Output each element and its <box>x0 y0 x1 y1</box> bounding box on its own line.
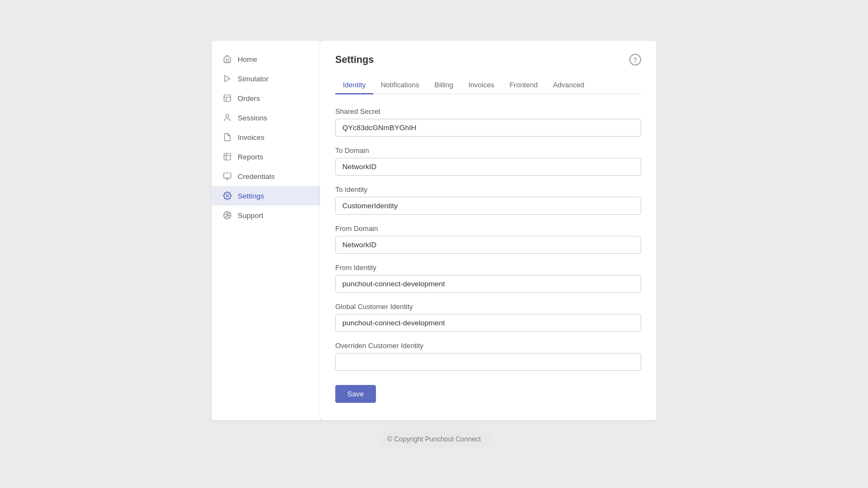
tab-advanced[interactable]: Advanced <box>545 76 592 94</box>
from-domain-label: From Domain <box>335 224 641 233</box>
shared-secret-label: Shared Secret <box>335 107 641 115</box>
tab-frontend[interactable]: Frontend <box>502 76 545 94</box>
global-customer-identity-group: Global Customer Identity <box>335 303 641 332</box>
shared-secret-group: Shared Secret <box>335 107 641 137</box>
sidebar: Home Simulator Orders <box>212 41 320 420</box>
svg-rect-3 <box>224 153 231 160</box>
invoices-icon <box>222 132 232 142</box>
svg-rect-4 <box>224 173 231 178</box>
settings-title: Settings <box>335 54 374 66</box>
shared-secret-input[interactable] <box>335 119 641 137</box>
sessions-icon <box>222 113 232 123</box>
sidebar-item-simulator[interactable]: Simulator <box>212 69 320 88</box>
svg-rect-1 <box>224 95 231 101</box>
sidebar-item-reports[interactable]: Reports <box>212 147 320 166</box>
to-identity-input[interactable] <box>335 197 641 215</box>
to-domain-group: To Domain <box>335 146 641 176</box>
settings-card: Settings ? Identity Notifications Billin… <box>320 41 656 420</box>
home-icon <box>222 54 232 64</box>
overriden-customer-identity-input[interactable] <box>335 353 641 371</box>
sidebar-item-orders[interactable]: Orders <box>212 88 320 108</box>
orders-icon <box>222 93 232 103</box>
tab-invoices[interactable]: Invoices <box>461 76 502 94</box>
from-identity-group: From Identity <box>335 264 641 293</box>
from-domain-input[interactable] <box>335 236 641 254</box>
sidebar-item-support[interactable]: Support <box>212 206 320 225</box>
sidebar-item-credentials[interactable]: Credentials <box>212 166 320 186</box>
sidebar-item-home[interactable]: Home <box>212 49 320 69</box>
content-area: Settings ? Identity Notifications Billin… <box>320 41 656 420</box>
svg-marker-0 <box>225 75 229 82</box>
support-icon <box>222 210 232 220</box>
sidebar-item-sessions[interactable]: Sessions <box>212 108 320 127</box>
help-icon[interactable]: ? <box>629 54 641 66</box>
settings-header: Settings ? <box>335 54 641 66</box>
to-domain-input[interactable] <box>335 158 641 176</box>
simulator-icon <box>222 74 232 84</box>
svg-point-7 <box>226 195 228 197</box>
tab-notifications[interactable]: Notifications <box>373 76 427 94</box>
overriden-customer-identity-label: Overriden Customer Identity <box>335 342 641 350</box>
overriden-customer-identity-group: Overriden Customer Identity <box>335 342 641 371</box>
save-button[interactable]: Save <box>335 385 376 403</box>
reports-icon <box>222 152 232 162</box>
sidebar-item-invoices[interactable]: Invoices <box>212 127 320 147</box>
tabs: Identity Notifications Billing Invoices … <box>335 76 641 94</box>
credentials-icon <box>222 171 232 181</box>
to-identity-label: To Identity <box>335 185 641 194</box>
sidebar-item-settings[interactable]: Settings <box>212 186 320 206</box>
from-domain-group: From Domain <box>335 224 641 254</box>
global-customer-identity-label: Global Customer Identity <box>335 303 641 311</box>
global-customer-identity-input[interactable] <box>335 314 641 332</box>
main-container: Home Simulator Orders <box>212 41 656 420</box>
svg-point-2 <box>226 114 228 117</box>
identity-form: Shared Secret To Domain To Identity <box>335 107 641 403</box>
from-identity-input[interactable] <box>335 275 641 293</box>
copyright-text: © Copyright Punchout Connect <box>376 431 492 447</box>
footer: © Copyright Punchout Connect <box>212 431 656 447</box>
tab-identity[interactable]: Identity <box>335 76 373 94</box>
tab-billing[interactable]: Billing <box>427 76 461 94</box>
settings-icon <box>222 191 232 201</box>
to-identity-group: To Identity <box>335 185 641 215</box>
page-wrapper: Home Simulator Orders <box>0 0 868 488</box>
from-identity-label: From Identity <box>335 264 641 272</box>
to-domain-label: To Domain <box>335 146 641 155</box>
